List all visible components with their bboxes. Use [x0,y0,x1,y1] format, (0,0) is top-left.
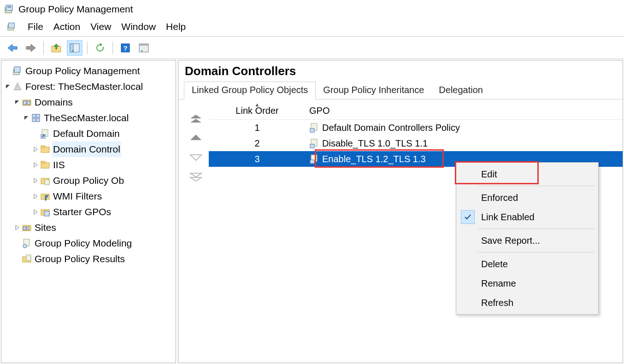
tree-default-domain[interactable]: Default Domain [3,126,176,141]
tab-body: ▲ Link Order GPO 1 Default Domain Contro… [178,100,623,363]
toolbar-separator-3 [112,41,113,54]
ctx-delete[interactable]: Delete [457,254,597,274]
svg-marker-26 [24,116,28,120]
refresh-button[interactable] [92,40,108,56]
ctx-save-report[interactable]: Save Report... [457,231,597,250]
svg-rect-38 [41,161,45,163]
menu-file[interactable]: File [28,21,43,32]
reorder-buttons [187,114,205,182]
svg-point-53 [23,244,27,248]
ou-icon [40,160,50,170]
twisty-collapsed-icon[interactable] [31,145,40,154]
tree-forest[interactable]: Forest: TheSecMaster.local [3,79,176,94]
ctx-rename[interactable]: Rename [457,274,597,293]
tree-default-domain-label: Default Domain [52,126,121,142]
svg-rect-50 [24,227,26,230]
ctx-edit[interactable]: Edit [457,164,597,184]
tree: Group Policy Management Forest: TheSecMa… [1,60,176,267]
context-menu: Edit Enforced Link Enabled Save Report..… [456,162,599,315]
title-bar: Group Policy Management [0,0,624,18]
twisty-collapsed-icon[interactable] [12,223,22,232]
sites-icon [22,223,32,233]
twisty-expanded-icon[interactable] [12,98,22,107]
move-up-button[interactable] [189,134,203,144]
svg-rect-35 [41,146,45,147]
twisty-collapsed-icon[interactable] [31,192,40,201]
gpo-link-icon [309,138,319,148]
tree-wmi-filters[interactable]: WMI Filters [3,188,176,204]
svg-marker-19 [6,85,10,88]
twisty-collapsed-icon[interactable] [31,207,40,217]
tree-gpo-objects-label: Group Policy Ob [52,173,125,189]
tab-delegation[interactable]: Delegation [431,82,490,99]
move-bottom-button[interactable] [189,172,203,182]
move-top-button[interactable] [189,114,203,124]
help-button[interactable]: ? [118,40,133,56]
starter-gpo-icon [40,207,50,217]
svg-marker-36 [34,163,37,167]
tree-root[interactable]: Group Policy Management [3,63,176,79]
show-tree-button[interactable] [67,40,82,56]
tree-root-label: Group Policy Management [24,63,141,79]
ctx-refresh[interactable]: Refresh [457,293,597,312]
move-down-button[interactable] [189,153,203,163]
svg-text:?: ? [123,44,127,52]
check-icon [461,210,475,224]
ctx-enforced[interactable]: Enforced [457,188,597,207]
tree-sites[interactable]: Sites [3,220,176,235]
svg-rect-2 [7,6,11,7]
tab-strip: Linked Group Policy Objects Group Policy… [178,81,623,100]
svg-marker-6 [26,44,35,52]
menu-window[interactable]: Window [121,21,156,32]
svg-rect-55 [26,255,31,261]
svg-marker-61 [190,177,201,181]
tree-gpo-objects[interactable]: Group Policy Ob [3,173,176,188]
tree-domain[interactable]: TheSecMaster.local [3,110,176,126]
up-folder-button[interactable] [48,40,64,56]
svg-rect-27 [32,114,35,117]
svg-marker-45 [34,210,37,214]
gpo-link-icon [40,129,50,139]
grid-row-2[interactable]: 2 Disable_TLS 1.0_TLS 1.1 [209,135,623,151]
cell-order-3: 3 [209,154,306,164]
menu-view[interactable]: View [90,21,111,32]
tree-domain-controllers[interactable]: Domain Control [3,141,176,157]
twisty-expanded-icon[interactable] [3,82,12,91]
svg-marker-59 [190,155,201,160]
grid-row-1[interactable]: 1 Default Domain Controllers Policy [209,120,623,135]
results-icon [22,254,32,264]
gpo-container-icon [40,176,50,186]
tree-modeling[interactable]: Group Policy Modeling [3,235,176,251]
twisty-collapsed-icon[interactable] [31,176,40,185]
new-window-button[interactable] [136,40,152,56]
svg-rect-18 [14,67,20,72]
tree-domains[interactable]: Domains [3,94,176,110]
tab-inheritance[interactable]: Group Policy Inheritance [316,82,431,99]
domain-icon [31,113,41,123]
menu-action[interactable]: Action [53,21,80,32]
col-gpo[interactable]: GPO [306,106,623,116]
wmi-filter-icon [40,191,50,201]
sort-asc-icon: ▲ [255,102,260,107]
svg-marker-33 [34,147,37,152]
svg-rect-51 [27,227,29,230]
svg-rect-25 [27,101,30,105]
cell-order-2: 2 [209,138,306,149]
menu-help[interactable]: Help [166,21,186,32]
cell-gpo-3: Enable_TLS 1.2_TLS 1.3 [322,154,426,164]
svg-marker-22 [15,100,19,104]
modeling-icon [22,238,32,248]
col-link-order[interactable]: ▲ Link Order [209,106,306,116]
ou-icon [40,144,50,154]
twisty-expanded-icon[interactable] [22,113,31,123]
tree-results-label: Group Policy Results [34,251,126,267]
nav-back-button[interactable] [5,40,20,56]
tree-starter-gpos[interactable]: Starter GPOs [3,204,176,220]
tree-results[interactable]: Group Policy Results [3,251,176,267]
nav-forward-button[interactable] [23,40,39,56]
tab-linked-gpos[interactable]: Linked Group Policy Objects [184,82,316,100]
tree-iis[interactable]: IIS [3,157,176,173]
twisty-collapsed-icon[interactable] [31,160,40,170]
svg-rect-30 [36,118,40,122]
ctx-link-enabled[interactable]: Link Enabled [457,207,597,227]
